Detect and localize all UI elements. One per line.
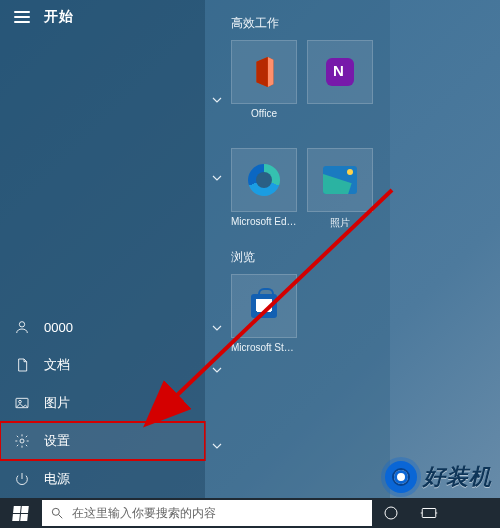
tile-photos[interactable]: 照片 bbox=[307, 148, 373, 236]
search-icon bbox=[50, 506, 64, 520]
store-icon bbox=[251, 294, 277, 318]
tile-onenote[interactable] bbox=[307, 40, 373, 128]
photos-icon bbox=[323, 166, 357, 194]
windows-logo-icon bbox=[12, 506, 29, 521]
taskbar-search[interactable]: 在这里输入你要搜索的内容 bbox=[42, 500, 372, 526]
sidebar-item-user[interactable]: 0000 bbox=[0, 308, 205, 346]
sidebar-item-label: 设置 bbox=[44, 432, 70, 450]
sidebar-item-label: 图片 bbox=[44, 394, 70, 412]
sidebar-item-settings[interactable]: 设置 bbox=[0, 422, 205, 460]
watermark-text: 好装机 bbox=[423, 462, 492, 492]
tile-group-header[interactable]: 高效工作 bbox=[231, 14, 382, 32]
sidebar-item-label: 0000 bbox=[44, 320, 73, 335]
svg-line-6 bbox=[59, 515, 63, 519]
gear-icon bbox=[14, 433, 30, 449]
tile-group-header[interactable]: 浏览 bbox=[231, 248, 382, 266]
sidebar-item-power[interactable]: 电源 bbox=[0, 460, 205, 498]
sidebar-item-label: 文档 bbox=[44, 356, 70, 374]
chevron-down-icon[interactable] bbox=[209, 92, 225, 108]
tile-label bbox=[307, 104, 373, 108]
tile-label: Microsoft Store bbox=[231, 338, 297, 353]
svg-point-2 bbox=[19, 400, 22, 403]
user-icon bbox=[14, 319, 30, 335]
picture-icon bbox=[14, 395, 30, 411]
chevron-down-icon[interactable] bbox=[209, 362, 225, 378]
edge-icon bbox=[248, 164, 280, 196]
chevron-down-icon[interactable] bbox=[209, 170, 225, 186]
sidebar-item-label: 电源 bbox=[44, 470, 70, 488]
onenote-icon bbox=[326, 58, 354, 86]
search-placeholder: 在这里输入你要搜索的内容 bbox=[72, 505, 216, 522]
chevron-down-icon[interactable] bbox=[209, 438, 225, 454]
office-icon bbox=[249, 55, 279, 89]
hamburger-icon[interactable] bbox=[14, 11, 30, 23]
cortana-button[interactable] bbox=[372, 498, 410, 528]
start-sidebar: 开始 0000 文档 图片 设置 bbox=[0, 0, 205, 498]
sidebar-item-documents[interactable]: 文档 bbox=[0, 346, 205, 384]
tile-office[interactable]: Office bbox=[231, 40, 297, 128]
watermark: 好装机 bbox=[385, 460, 492, 494]
sidebar-item-pictures[interactable]: 图片 bbox=[0, 384, 205, 422]
task-view-button[interactable] bbox=[410, 498, 448, 528]
tile-edge[interactable]: Microsoft Edge bbox=[231, 148, 297, 236]
chevron-down-icon[interactable] bbox=[209, 320, 225, 336]
start-button[interactable] bbox=[0, 498, 40, 528]
start-menu: 开始 0000 文档 图片 设置 bbox=[0, 0, 390, 498]
tile-store[interactable]: Microsoft Store bbox=[231, 274, 297, 362]
svg-point-5 bbox=[52, 508, 59, 515]
tile-label: 照片 bbox=[307, 212, 373, 230]
power-icon bbox=[14, 471, 30, 487]
tile-label: Microsoft Edge bbox=[231, 212, 297, 227]
taskbar: 在这里输入你要搜索的内容 bbox=[0, 498, 500, 528]
svg-rect-8 bbox=[422, 509, 436, 518]
start-header: 开始 bbox=[0, 0, 205, 34]
tile-label: Office bbox=[231, 104, 297, 119]
svg-point-0 bbox=[19, 322, 24, 327]
start-title: 开始 bbox=[44, 8, 74, 26]
svg-point-3 bbox=[20, 439, 24, 443]
app-list-chevrons bbox=[209, 0, 225, 498]
document-icon bbox=[14, 357, 30, 373]
svg-point-7 bbox=[385, 507, 397, 519]
start-tile-area: 32bit 高效工作 Office Microsoft bbox=[205, 0, 390, 498]
